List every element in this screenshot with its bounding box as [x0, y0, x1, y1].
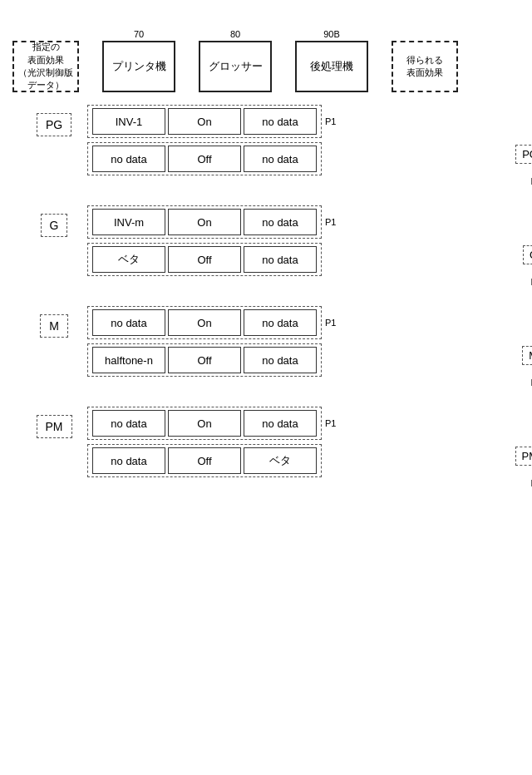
- header-col1: 70 プリンタ機: [102, 29, 175, 92]
- section-label-col-PG: PG: [21, 105, 87, 136]
- rows-col-PG: INV-1 On no data P1 no data Off no data …: [87, 105, 507, 190]
- section-PM: PM no data On no data P1 no data Off ベタ: [21, 407, 507, 492]
- cell-G-P1-1: On: [168, 209, 241, 235]
- cell-PM-P1-0: no data: [92, 410, 165, 437]
- p-row-inner-G-P2: ベタ Off no data: [87, 243, 322, 276]
- rows-col-PM: no data On no data P1 no data Off ベタ PM …: [87, 407, 507, 492]
- cell-M-P1-2: no data: [244, 309, 317, 336]
- cell-PM-P2-2: ベタ: [244, 447, 317, 474]
- cell-PG-P2-2: no data: [244, 146, 317, 172]
- right-label-PM: PM: [515, 447, 533, 466]
- cell-PG-P2-1: Off: [168, 146, 241, 172]
- row-G-P2: ベタ Off no data G P2: [87, 243, 507, 276]
- tag-PM-P1: P1: [325, 418, 336, 428]
- section-G: G INV-m On no data P1 ベタ Off no data: [21, 205, 507, 291]
- main-content: PG INV-1 On no data P1 no data Off: [8, 101, 524, 524]
- section-label-col-G: G: [21, 205, 87, 237]
- section-label-M: M: [40, 314, 68, 338]
- header-label-surface-output: 得られる 表面効果: [392, 41, 458, 92]
- header-num-80: 80: [230, 29, 240, 39]
- cell-G-P2-1: Off: [168, 246, 241, 273]
- cell-G-P2-0: ベタ: [92, 246, 165, 273]
- p-row-inner-PM-P2: no data Off ベタ: [87, 444, 322, 477]
- cell-M-P1-0: no data: [92, 309, 165, 336]
- cell-PM-P1-1: On: [168, 410, 241, 437]
- section-label-PM: PM: [37, 415, 72, 438]
- cell-PM-P1-2: no data: [244, 410, 317, 437]
- p-row-inner-PG-P1: INV-1 On no data: [87, 105, 322, 138]
- row-M-P1: no data On no data P1: [87, 306, 507, 339]
- tag-M-P1: P1: [325, 318, 336, 328]
- row-PG-P1: INV-1 On no data P1: [87, 105, 507, 138]
- cell-G-P1-2: no data: [244, 209, 317, 235]
- header-label-surface-input: 指定の 表面効果 （光沢制御版 データ）: [12, 41, 79, 92]
- cell-M-P2-1: Off: [168, 347, 241, 373]
- cell-PG-P2-0: no data: [92, 146, 165, 172]
- p-row-inner-G-P1: INV-m On no data: [87, 205, 322, 239]
- section-label-G: G: [41, 214, 68, 237]
- p-row-inner-PG-P2: no data Off no data: [87, 142, 322, 175]
- row-PM-P2: no data Off ベタ PM P2: [87, 444, 507, 477]
- header-num-90b: 90B: [323, 29, 340, 39]
- section-label-col-PM: PM: [21, 407, 87, 438]
- cell-PM-P2-1: Off: [168, 447, 241, 474]
- tag-PG-P1: P1: [325, 116, 336, 126]
- p-row-inner-PM-P1: no data On no data: [87, 407, 322, 440]
- right-label-G: G: [523, 245, 532, 264]
- right-label-PG: PG: [515, 145, 532, 164]
- p-row-inner-M-P1: no data On no data: [87, 306, 322, 339]
- cell-G-P1-0: INV-m: [92, 209, 165, 235]
- cell-M-P2-0: halftone-n: [92, 347, 165, 373]
- header-box-glosser: グロッサー: [199, 41, 272, 92]
- row-G-P1: INV-m On no data P1: [87, 205, 507, 239]
- header-col0: 指定の 表面効果 （光沢制御版 データ）: [12, 41, 79, 92]
- cell-G-P2-2: no data: [244, 246, 317, 273]
- cell-M-P2-2: no data: [244, 347, 317, 373]
- header-num-70: 70: [134, 29, 144, 39]
- cell-PG-P1-2: no data: [244, 108, 317, 135]
- rows-col-M: no data On no data P1 halftone-n Off no …: [87, 306, 507, 392]
- header-col4: 得られる 表面効果: [392, 41, 458, 92]
- cell-PG-P1-0: INV-1: [92, 108, 165, 135]
- section-label-col-M: M: [21, 306, 87, 338]
- cell-PG-P1-1: On: [168, 108, 241, 135]
- header-col3: 90B 後処理機: [295, 29, 368, 92]
- header-box-printer: プリンタ機: [102, 41, 175, 92]
- section-PG: PG INV-1 On no data P1 no data Off: [21, 105, 507, 190]
- section-label-PG: PG: [37, 113, 71, 136]
- header-area: 指定の 表面効果 （光沢制御版 データ） 70 プリンタ機 80 グロッサー 9…: [8, 17, 524, 101]
- rows-col-G: INV-m On no data P1 ベタ Off no data G P2: [87, 205, 507, 291]
- header-col2: 80 グロッサー: [199, 29, 272, 92]
- cell-PM-P2-0: no data: [92, 447, 165, 474]
- right-label-M: M: [522, 346, 532, 365]
- header-box-postprocessor: 後処理機: [295, 41, 368, 92]
- section-M: M no data On no data P1 halftone-n Off n…: [21, 306, 507, 392]
- cell-M-P1-1: On: [168, 309, 241, 336]
- row-M-P2: halftone-n Off no data M P2: [87, 343, 507, 377]
- p-row-inner-M-P2: halftone-n Off no data: [87, 343, 322, 377]
- tag-G-P1: P1: [325, 217, 336, 227]
- row-PG-P2: no data Off no data PG P2: [87, 142, 507, 175]
- diagram: 指定の 表面効果 （光沢制御版 データ） 70 プリンタ機 80 グロッサー 9…: [0, 0, 532, 541]
- row-PM-P1: no data On no data P1: [87, 407, 507, 440]
